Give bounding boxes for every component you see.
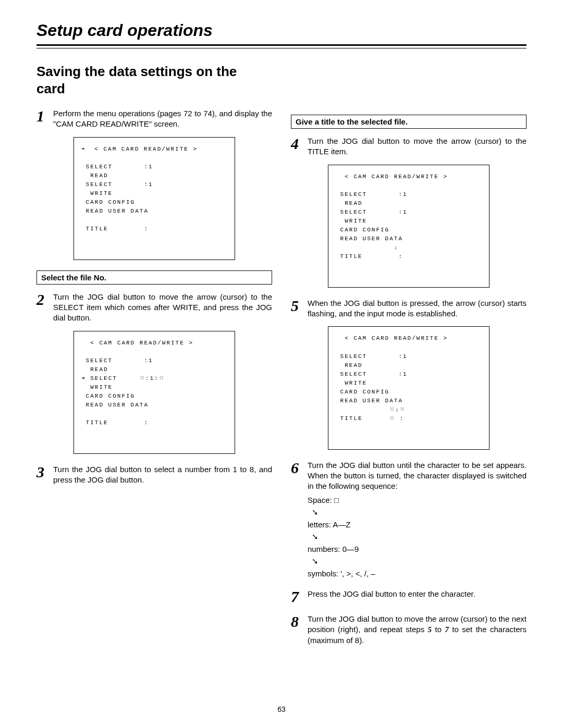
inline-step-ref: 5 bbox=[428, 625, 432, 634]
step-number: 1 bbox=[36, 108, 51, 124]
double-rule bbox=[36, 44, 527, 48]
step-7: 7 Press the JOG dial button to enter the… bbox=[291, 589, 527, 604]
left-column: 1 Perform the menu operations (pages 72 … bbox=[36, 108, 272, 652]
chapter-title: Setup card operations bbox=[36, 21, 527, 40]
step-text: Turn the JOG dial button to move the arr… bbox=[53, 292, 272, 324]
screen-content: < CAM CARD READ/WRITE > SELECT :1 READ S… bbox=[336, 334, 482, 423]
seq-letters: letters: A—Z bbox=[308, 520, 527, 530]
step-number: 8 bbox=[291, 614, 305, 630]
step-text: When the JOG dial button is pressed, the… bbox=[308, 298, 527, 319]
step-text: Turn the JOG dial button until the chara… bbox=[308, 460, 527, 579]
box-heading-select-file: Select the file No. bbox=[36, 270, 272, 285]
page-number: 63 bbox=[0, 705, 563, 713]
screen-content: < CAM CARD READ/WRITE > SELECT :1 READ S… bbox=[336, 172, 482, 261]
step-text-part: to bbox=[432, 625, 445, 634]
step-5: 5 When the JOG dial button is pressed, t… bbox=[291, 298, 527, 319]
document-page: Setup card operations Saving the data se… bbox=[0, 0, 563, 728]
down-arrow-icon: ➘ bbox=[312, 556, 319, 566]
section-title: Saving the data settings on the card bbox=[36, 63, 266, 97]
down-arrow-icon: ➘ bbox=[312, 532, 319, 542]
step-number: 2 bbox=[36, 292, 51, 307]
step-text: Turn the JOG dial button to move the arr… bbox=[308, 614, 527, 646]
step-1: 1 Perform the menu operations (pages 72 … bbox=[36, 108, 272, 130]
step-8: 8 Turn the JOG dial button to move the a… bbox=[291, 614, 527, 646]
step-6: 6 Turn the JOG dial button until the cha… bbox=[291, 460, 527, 579]
screen-content: < CAM CARD READ/WRITE > SELECT :1 READ ➜… bbox=[81, 339, 227, 427]
right-column: Give a title to the selected file. 4 Tur… bbox=[291, 108, 527, 652]
screen-cam-card-4: < CAM CARD READ/WRITE > SELECT :1 READ S… bbox=[328, 326, 489, 449]
step-text: Press the JOG dial button to enter the c… bbox=[308, 589, 527, 599]
step-text: Turn the JOG dial button to move the arr… bbox=[308, 136, 527, 157]
box-heading-give-title: Give a title to the selected file. bbox=[291, 115, 527, 129]
two-column-layout: 1 Perform the menu operations (pages 72 … bbox=[36, 108, 527, 652]
char-sequence-block: Space: □ ➘ letters: A—Z ➘ numbers: 0—9 ➘… bbox=[308, 495, 527, 579]
seq-space: Space: □ bbox=[308, 495, 527, 505]
inline-step-ref: 7 bbox=[445, 625, 449, 634]
step-number: 7 bbox=[291, 589, 305, 604]
step-number: 4 bbox=[291, 136, 305, 152]
step-number: 3 bbox=[36, 464, 51, 480]
step-text: Perform the menu operations (pages 72 to… bbox=[53, 108, 272, 130]
seq-symbols: symbols: ', >, <, /, – bbox=[308, 569, 527, 579]
screen-cam-card-2: < CAM CARD READ/WRITE > SELECT :1 READ ➜… bbox=[74, 331, 235, 454]
step-2: 2 Turn the JOG dial button to move the a… bbox=[36, 292, 272, 324]
arrow-icon bbox=[81, 146, 85, 152]
step-number: 5 bbox=[291, 298, 305, 314]
step-text: Turn the JOG dial button to select a num… bbox=[53, 464, 272, 486]
screen-cam-card-1: < CAM CARD READ/WRITE > SELECT :1 READ S… bbox=[74, 137, 235, 260]
screen-text: < CAM CARD READ/WRITE > SELECT :1 READ S… bbox=[81, 146, 198, 232]
screen-cam-card-3: < CAM CARD READ/WRITE > SELECT :1 READ S… bbox=[328, 165, 489, 288]
step-3: 3 Turn the JOG dial button to select a n… bbox=[36, 464, 272, 486]
screen-content: < CAM CARD READ/WRITE > SELECT :1 READ S… bbox=[81, 145, 227, 233]
step-4: 4 Turn the JOG dial button to move the a… bbox=[291, 136, 527, 157]
seq-numbers: numbers: 0—9 bbox=[308, 544, 527, 554]
step-number: 6 bbox=[291, 460, 305, 476]
step-text-part: Turn the JOG dial button until the chara… bbox=[308, 461, 527, 491]
down-arrow-icon: ➘ bbox=[312, 507, 319, 517]
